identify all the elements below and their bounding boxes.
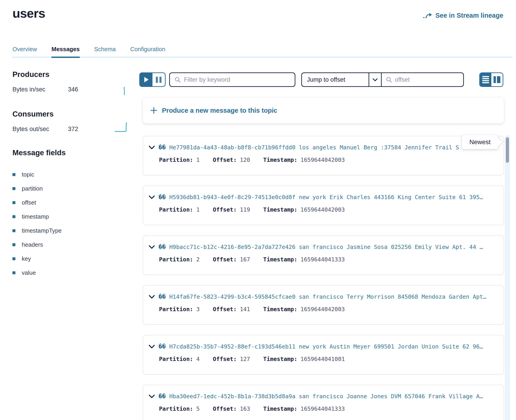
message-fields-list: topic partition offset timestamp timesta… bbox=[12, 167, 130, 280]
partition-label: Partition: bbox=[159, 157, 193, 163]
key-glyphs: �� bbox=[159, 194, 166, 201]
jump-to-offset-group: Jump to offset bbox=[301, 72, 464, 87]
list-view-button[interactable] bbox=[480, 73, 491, 86]
bytes-out-sparkline-icon bbox=[114, 122, 128, 132]
message-row[interactable]: �� He77981da-4a43-48ab-b8f8-cb71b96ffdd0… bbox=[143, 136, 504, 175]
bullet-icon bbox=[12, 271, 15, 274]
offset-value: 120 bbox=[240, 157, 250, 163]
list-view-icon bbox=[482, 76, 489, 83]
partition-label: Partition: bbox=[159, 206, 193, 213]
chevron-down-icon[interactable] bbox=[149, 145, 155, 149]
tab-overview[interactable]: Overview bbox=[12, 46, 37, 58]
timestamp-value: 1659644041333 bbox=[300, 256, 345, 263]
bytes-out-label: Bytes out/sec bbox=[12, 126, 68, 133]
tab-configuration[interactable]: Configuration bbox=[130, 46, 165, 58]
play-icon bbox=[144, 77, 149, 82]
tab-messages[interactable]: Messages bbox=[51, 46, 79, 58]
chevron-down-icon[interactable] bbox=[149, 394, 155, 398]
timestamp-value: 1659644041333 bbox=[300, 405, 345, 412]
offset-label: Offset: bbox=[213, 256, 237, 263]
timestamp-label: Timestamp: bbox=[263, 206, 297, 213]
timestamp-value: 1659644042003 bbox=[300, 206, 345, 213]
bytes-in-label: Bytes in/sec bbox=[12, 86, 68, 93]
chevron-down-icon[interactable] bbox=[149, 195, 155, 199]
card-view-button[interactable] bbox=[491, 73, 503, 86]
bullet-icon bbox=[12, 257, 15, 260]
offset-value: 167 bbox=[240, 256, 250, 263]
offset-search-input[interactable] bbox=[395, 76, 459, 83]
chevron-down-icon bbox=[372, 78, 378, 82]
partition-label: Partition: bbox=[159, 256, 193, 263]
message-key: H14fa67fe-5823-4299-b3c4-595845cfcae0 sa… bbox=[169, 293, 486, 300]
field-item-headers: headers bbox=[12, 238, 130, 252]
field-item-topic: topic bbox=[12, 167, 130, 181]
bullet-icon bbox=[12, 229, 15, 232]
message-row[interactable]: �� Hba30eed7-1edc-452b-8b1a-738d3b5d8a9a… bbox=[143, 385, 504, 420]
offset-search bbox=[381, 72, 464, 87]
play-button[interactable] bbox=[140, 73, 153, 86]
key-glyphs: �� bbox=[159, 393, 166, 400]
newest-tooltip-label: Newest bbox=[469, 138, 490, 146]
bullet-icon bbox=[12, 201, 15, 204]
message-row[interactable]: �� H14fa67fe-5823-4299-b3c4-595845cfcae0… bbox=[143, 285, 504, 325]
chevron-down-icon[interactable] bbox=[149, 295, 155, 299]
offset-label: Offset: bbox=[213, 405, 237, 412]
partition-value: 1 bbox=[196, 157, 200, 163]
stream-lineage-icon bbox=[423, 12, 432, 19]
scrollbar-thumb[interactable] bbox=[506, 137, 509, 163]
field-item-partition: partition bbox=[12, 181, 130, 195]
bytes-in-row: Bytes in/sec 346 bbox=[12, 86, 130, 93]
message-key: H5936db81-b943-4e0f-8c29-74513e0c0d8f ne… bbox=[169, 194, 483, 201]
bullet-icon bbox=[12, 215, 15, 218]
play-pause-control bbox=[139, 72, 166, 87]
sidebar: Producers Bytes in/sec 346 Consumers Byt… bbox=[12, 70, 130, 280]
pause-button[interactable] bbox=[153, 73, 165, 86]
timestamp-value: 1659644042003 bbox=[300, 157, 345, 163]
timestamp-label: Timestamp: bbox=[263, 256, 297, 263]
timestamp-value: 1659644042003 bbox=[300, 306, 345, 313]
message-row[interactable]: �� H7cda825b-35b7-4952-88ef-c193d546eb11… bbox=[143, 335, 504, 375]
bullet-icon bbox=[12, 173, 15, 176]
messages-toolbar: Jump to offset bbox=[139, 72, 504, 87]
produce-message-button[interactable]: Produce a new message to this topic bbox=[143, 97, 504, 124]
tab-bar: Overview Messages Schema Configuration bbox=[12, 46, 165, 58]
search-icon bbox=[174, 76, 181, 83]
partition-value: 1 bbox=[196, 206, 200, 213]
offset-label: Offset: bbox=[213, 356, 237, 362]
bytes-out-row: Bytes out/sec 372 bbox=[12, 126, 130, 133]
timestamp-label: Timestamp: bbox=[263, 356, 297, 362]
field-item-timestamp: timestamp bbox=[12, 210, 130, 224]
offset-value: 163 bbox=[240, 405, 250, 412]
partition-value: 5 bbox=[196, 405, 200, 412]
partition-value: 2 bbox=[196, 256, 200, 263]
consumers-heading: Consumers bbox=[12, 110, 130, 118]
chevron-down-icon[interactable] bbox=[149, 345, 155, 348]
message-row[interactable]: �� H5936db81-b943-4e0f-8c29-74513e0c0d8f… bbox=[143, 186, 504, 225]
bytes-in-value: 346 bbox=[68, 86, 78, 93]
scrollbar[interactable] bbox=[505, 135, 510, 420]
message-row[interactable]: �� H9bacc71c-b12c-4216-8e95-2a7da727e426… bbox=[143, 235, 504, 275]
key-glyphs: �� bbox=[159, 293, 166, 300]
partition-value: 3 bbox=[196, 306, 200, 313]
message-fields-heading: Message fields bbox=[12, 149, 130, 157]
stream-lineage-link[interactable]: See in Stream lineage bbox=[423, 12, 503, 19]
tab-schema[interactable]: Schema bbox=[94, 46, 116, 58]
produce-message-label: Produce a new message to this topic bbox=[162, 107, 277, 114]
keyword-filter-input[interactable] bbox=[184, 76, 290, 83]
partition-value: 4 bbox=[196, 356, 200, 362]
message-key: Hba30eed7-1edc-452b-8b1a-738d3b5d8a9a sa… bbox=[169, 393, 483, 400]
bullet-icon bbox=[12, 187, 15, 190]
key-glyphs: �� bbox=[159, 343, 166, 350]
timestamp-label: Timestamp: bbox=[263, 405, 297, 412]
keyword-filter bbox=[169, 72, 295, 87]
chevron-down-icon[interactable] bbox=[149, 245, 155, 249]
bytes-in-sparkline-icon bbox=[121, 86, 128, 96]
card-view-icon bbox=[493, 76, 500, 83]
offset-label: Offset: bbox=[213, 306, 237, 313]
newest-tooltip: Newest bbox=[462, 135, 498, 149]
message-key: H9bacc71c-b12c-4216-8e95-2a7da727e426 sa… bbox=[169, 244, 483, 250]
pause-icon bbox=[156, 77, 162, 83]
plus-icon bbox=[150, 107, 157, 114]
jump-to-offset-select[interactable]: Jump to offset bbox=[301, 72, 381, 87]
stream-lineage-label: See in Stream lineage bbox=[435, 12, 503, 19]
